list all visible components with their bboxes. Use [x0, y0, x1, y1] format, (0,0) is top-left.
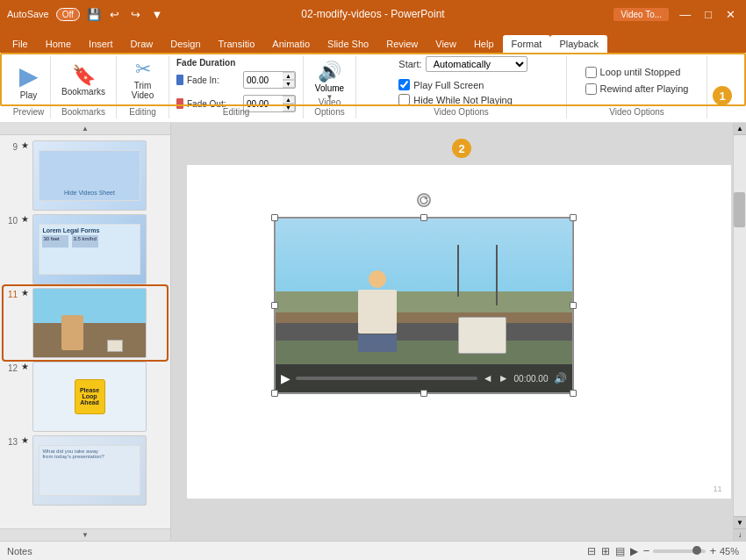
- tab-review[interactable]: Review: [377, 35, 427, 53]
- slide-panel-container: ▲ 9 ★ Hide Videos Sheet 10 ★ Lorem Legal…: [0, 123, 171, 541]
- video-controls: ▶ ◄ ► 00:00.00 🔊: [276, 364, 572, 392]
- zoom-minus-btn[interactable]: −: [643, 544, 650, 557]
- bookmarks-button[interactable]: 🔖 Bookmarks: [58, 62, 109, 98]
- tab-design[interactable]: Design: [161, 35, 209, 53]
- tab-format[interactable]: Format: [503, 35, 551, 53]
- ribbon-group-editing: ✂ TrimVideo Editing: [117, 56, 169, 118]
- canvas-scroll-end[interactable]: ↓: [734, 528, 746, 541]
- reading-view-btn[interactable]: ▤: [615, 545, 625, 557]
- tab-file[interactable]: File: [4, 35, 37, 53]
- ribbon-tabs: File Home Insert Draw Design Transitio A…: [0, 28, 746, 53]
- volume-button[interactable]: 🔊 Volume ▼: [315, 61, 344, 101]
- ribbon-group-video-options: Start: Automatically On Click When Click…: [356, 56, 567, 118]
- video-volume-icon[interactable]: 🔊: [554, 372, 567, 384]
- slide-thumb-12[interactable]: PleaseLoopAhead: [32, 362, 147, 432]
- fade-in-down[interactable]: ▼: [283, 80, 295, 88]
- ribbon-group-bookmarks: 🔖 Bookmarks Bookmarks: [51, 56, 117, 118]
- main-area: ▲ 9 ★ Hide Videos Sheet 10 ★ Lorem Legal…: [0, 123, 746, 541]
- canvas-scroll-down[interactable]: ▼: [734, 516, 746, 528]
- fade-title: Fade Duration: [176, 58, 235, 68]
- minimize-btn[interactable]: —: [676, 8, 694, 21]
- slide-thumb-9[interactable]: Hide Videos Sheet: [32, 140, 147, 211]
- rewind-after-playing-checkbox[interactable]: [585, 83, 597, 95]
- play-full-screen-row[interactable]: Play Full Screen: [398, 79, 527, 90]
- loop-until-stopped-checkbox[interactable]: [585, 67, 597, 78]
- slide-item-10[interactable]: 10 ★ Lorem Legal Forms 30 feet 3.5 km/hd: [4, 212, 167, 286]
- zoom-plus-btn[interactable]: +: [709, 544, 716, 557]
- loop-until-stopped-row[interactable]: Loop until Stopped: [585, 67, 681, 78]
- play-label: Play: [20, 90, 37, 100]
- ribbon-group-fade: Fade Duration Fade In: ▲ ▼ Fade Out:: [169, 56, 304, 118]
- fade-in-up[interactable]: ▲: [283, 72, 295, 80]
- autosave-toggle[interactable]: Off: [56, 8, 80, 21]
- fade-out-up[interactable]: ▲: [283, 96, 295, 104]
- tab-help[interactable]: Help: [465, 35, 503, 53]
- video-container[interactable]: ▶ ◄ ► 00:00.00 🔊: [275, 218, 573, 393]
- window-title: 02-modify-videos - PowerPoint: [301, 8, 444, 20]
- title-bar: AutoSave Off 💾 ↩ ↪ ▼ 02-modify-videos - …: [0, 0, 746, 28]
- fade-in-input[interactable]: [244, 75, 283, 86]
- hide-while-not-playing-label: Hide While Not Playing: [413, 95, 513, 105]
- slide-thumb-13[interactable]: What did you take awayfrom today's prese…: [32, 435, 147, 506]
- tab-transitions[interactable]: Transitio: [210, 35, 264, 53]
- hide-while-not-playing-row[interactable]: Hide While Not Playing: [398, 94, 527, 105]
- play-full-screen-checkbox[interactable]: [398, 79, 410, 90]
- slide-panel-scroll-up[interactable]: ▲: [0, 123, 170, 135]
- tab-view[interactable]: View: [427, 35, 465, 53]
- video-progress-bar[interactable]: [296, 377, 477, 380]
- redo-icon[interactable]: ↪: [129, 7, 143, 21]
- trim-label: TrimVideo: [132, 81, 154, 100]
- preview-group-label: Preview: [7, 107, 50, 117]
- slide-canvas: ▶ ◄ ► 00:00.00 🔊: [187, 165, 731, 499]
- customize-icon[interactable]: ▼: [150, 7, 164, 21]
- canvas-scroll-thumb[interactable]: [734, 192, 745, 227]
- slideshow-btn[interactable]: ▶: [630, 545, 638, 557]
- normal-view-btn[interactable]: ⊟: [587, 545, 596, 557]
- start-row: Start: Automatically On Click When Click…: [398, 56, 527, 72]
- zoom-bar: − + 45%: [643, 544, 739, 557]
- video-skip-fwd-btn[interactable]: ►: [499, 372, 509, 384]
- slide-item-9[interactable]: 9 ★ Hide Videos Sheet: [4, 139, 167, 212]
- slide-num-9: 9: [5, 140, 18, 152]
- canvas-scroll-up[interactable]: ▲: [734, 123, 746, 135]
- slide-num-12: 12: [5, 362, 18, 373]
- editing-group-label: Editing: [117, 107, 169, 117]
- rotate-handle[interactable]: [417, 193, 431, 207]
- trim-video-button[interactable]: ✂ TrimVideo: [128, 56, 157, 102]
- video-context-tab[interactable]: Video To...: [613, 8, 669, 21]
- volume-icon: 🔊: [318, 61, 341, 83]
- bookmarks-group-label: Bookmarks: [51, 107, 116, 117]
- slide-item-11[interactable]: 11 ★: [4, 286, 167, 360]
- notes-btn[interactable]: Notes: [7, 546, 32, 556]
- badge-1: 1: [713, 86, 732, 105]
- undo-icon[interactable]: ↩: [108, 7, 122, 21]
- start-select[interactable]: Automatically On Click When Clicked On: [426, 56, 527, 72]
- zoom-slider[interactable]: [653, 549, 706, 553]
- tab-playback[interactable]: Playback: [550, 35, 607, 53]
- slide-num-11: 11: [5, 288, 18, 299]
- maximize-btn[interactable]: □: [701, 8, 715, 21]
- tab-draw[interactable]: Draw: [122, 35, 162, 53]
- slide-number: 11: [713, 485, 721, 493]
- hide-while-not-playing-checkbox[interactable]: [398, 94, 410, 105]
- slide-item-12[interactable]: 12 ★ PleaseLoopAhead: [4, 360, 167, 434]
- slide-item-13[interactable]: 13 ★ What did you take awayfrom today's …: [4, 434, 167, 507]
- play-button[interactable]: ▶ Play: [16, 60, 42, 102]
- zoom-slider-thumb[interactable]: [692, 546, 701, 555]
- rewind-after-playing-label: Rewind after Playing: [600, 83, 689, 94]
- video-skip-back-btn[interactable]: ◄: [483, 372, 493, 384]
- tab-home[interactable]: Home: [37, 35, 80, 53]
- tab-slideshow[interactable]: Slide Sho: [319, 35, 377, 53]
- title-bar-left: AutoSave Off 💾 ↩ ↪ ▼: [7, 7, 164, 21]
- slide-sorter-btn[interactable]: ⊞: [601, 545, 610, 557]
- slide-thumb-11[interactable]: [32, 288, 147, 358]
- close-btn[interactable]: ✕: [722, 8, 739, 21]
- slide-panel-scroll-down[interactable]: ▼: [0, 528, 170, 541]
- slide-thumb-10[interactable]: Lorem Legal Forms 30 feet 3.5 km/hd: [32, 214, 147, 284]
- start-label: Start:: [398, 59, 421, 69]
- rewind-after-playing-row[interactable]: Rewind after Playing: [585, 83, 689, 95]
- save-icon[interactable]: 💾: [87, 7, 101, 21]
- tab-insert[interactable]: Insert: [80, 35, 122, 53]
- video-play-btn[interactable]: ▶: [281, 371, 291, 385]
- tab-animations[interactable]: Animatio: [263, 35, 319, 53]
